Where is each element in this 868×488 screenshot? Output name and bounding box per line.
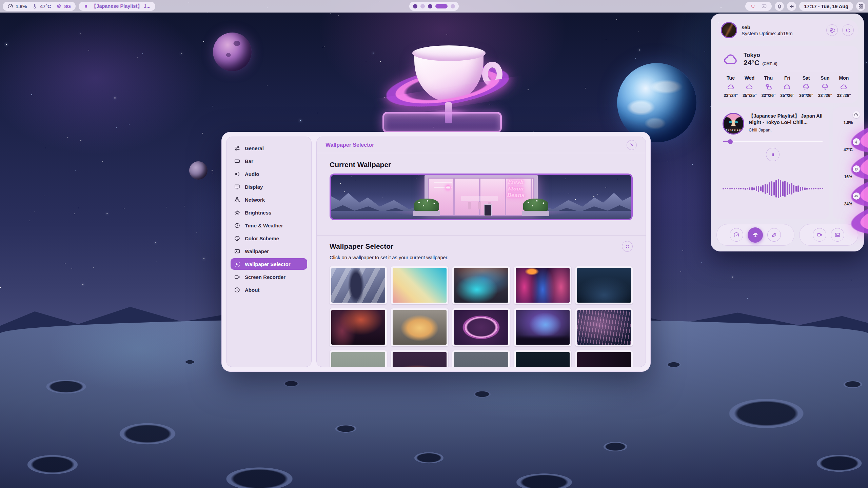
workspace-dot-2[interactable] bbox=[420, 4, 425, 8]
wallpaper-thumbnail-autumn-night[interactable] bbox=[391, 350, 448, 367]
visualizer-bar bbox=[765, 184, 766, 194]
wallpaper-thumbnail-anime-crosswalk[interactable] bbox=[330, 266, 387, 304]
visualizer-bar bbox=[793, 185, 794, 193]
overview-button[interactable] bbox=[856, 2, 865, 11]
weather-timezone: (GMT+9) bbox=[762, 62, 777, 66]
sidebar-item-label: Network bbox=[245, 197, 265, 203]
wallpaper-thumbnail-pastel-gradient[interactable] bbox=[391, 266, 448, 304]
workspace-dot-5[interactable] bbox=[451, 4, 455, 8]
tray-screenshot-icon[interactable] bbox=[761, 3, 767, 9]
wallpaper-thumbnail-sage-ridge[interactable] bbox=[330, 350, 387, 367]
clock[interactable]: 17:17 - Tue, 19 Aug bbox=[799, 2, 853, 11]
power-button[interactable] bbox=[842, 24, 854, 36]
wallpaper-thumbnail-nebula-forest[interactable] bbox=[514, 308, 571, 346]
album-art-text: TOKYO LO bbox=[724, 129, 743, 131]
forecast-day-wed: Wed35°/25° bbox=[742, 75, 758, 98]
system-tray[interactable] bbox=[745, 2, 772, 11]
wallpaper-thumbnail-crimson-forest[interactable] bbox=[330, 308, 387, 346]
forecast-day-sun: Sun33°/26° bbox=[817, 75, 833, 98]
balanced-button[interactable] bbox=[748, 227, 763, 243]
leaf-icon bbox=[771, 232, 777, 238]
bar-left-cluster: 1.8%47°C8G 【Japanese Playlist】 J... bbox=[3, 2, 434, 11]
display-icon bbox=[234, 184, 240, 190]
visualizer-bar bbox=[817, 188, 819, 189]
wallpaper-grid bbox=[330, 266, 633, 367]
performance-button[interactable] bbox=[730, 228, 743, 242]
weather-forecast: Tue33°/24°Wed35°/25°Thu33°/26°Fri35°/26°… bbox=[723, 71, 852, 98]
gauge-badge bbox=[853, 111, 860, 118]
cafe-shelf bbox=[434, 182, 452, 183]
sidebar-item-bar[interactable]: Bar bbox=[231, 155, 307, 167]
workspace-dot-3[interactable] bbox=[428, 4, 432, 8]
weather-cloud-icon bbox=[727, 83, 735, 91]
sidebar-item-audio[interactable]: Audio bbox=[231, 168, 307, 180]
refresh-button[interactable] bbox=[622, 241, 633, 252]
media-pill-label: 【Japanese Playlist】 J... bbox=[92, 3, 151, 9]
bar-icon bbox=[234, 158, 240, 164]
current-wallpaper-heading: Current Wallpaper bbox=[330, 161, 633, 169]
forecast-day-sat: Sat36°/26° bbox=[798, 75, 814, 98]
weather-current: Tokyo 24°C (GMT+9) bbox=[723, 50, 852, 71]
sidebar-item-network[interactable]: Network bbox=[231, 194, 307, 205]
wallpaper-thumbnail-violet-ring[interactable] bbox=[452, 308, 510, 346]
audio-visualizer bbox=[723, 161, 823, 214]
wallpaper-image bbox=[393, 268, 447, 303]
visualizer-bar bbox=[811, 188, 812, 189]
dashboard-panel: seb System Uptime: 4h19m Tokyo 24°C (GMT… bbox=[711, 14, 864, 251]
user-card: seb System Uptime: 4h19m bbox=[716, 19, 858, 41]
section-divider bbox=[317, 235, 646, 236]
visualizer-bar bbox=[740, 188, 742, 189]
workspace-dot-1[interactable] bbox=[413, 4, 417, 8]
wallpaper-thumbnail-lofi-coffee-shop[interactable] bbox=[391, 308, 448, 346]
tray-app-icon[interactable] bbox=[750, 3, 756, 9]
moon-crater bbox=[410, 451, 448, 465]
power-icon bbox=[845, 27, 851, 33]
media-pill[interactable]: 【Japanese Playlist】 J... bbox=[79, 2, 155, 11]
sidebar-item-label: Screen Recorder bbox=[245, 274, 285, 280]
selector-subtitle: Click on a wallpaper to set it as your c… bbox=[330, 255, 633, 260]
sidebar-item-about[interactable]: About bbox=[231, 284, 307, 296]
close-button[interactable] bbox=[627, 140, 637, 150]
selector-heading: Wallpaper Selector bbox=[330, 242, 393, 250]
wallpaper-thumbnail-neon-arcade[interactable] bbox=[514, 266, 571, 304]
wallpaper-image bbox=[516, 352, 570, 367]
wallpaper-image bbox=[577, 268, 631, 303]
wallpaper-thumbnail-aurora-blur[interactable] bbox=[452, 266, 510, 304]
wallpaper-thumbnail-wireframe-waves[interactable] bbox=[575, 308, 633, 346]
workspaces-pill[interactable] bbox=[409, 2, 459, 11]
sidebar-item-general[interactable]: General bbox=[231, 142, 307, 154]
bar-stat-thermometer: 47°C bbox=[32, 3, 51, 9]
camera-icon bbox=[816, 232, 823, 238]
bar-center-cluster bbox=[409, 2, 459, 11]
visualizer-bar bbox=[806, 188, 808, 190]
notifications-button[interactable] bbox=[775, 2, 784, 11]
settings-button[interactable] bbox=[826, 24, 838, 36]
media-progress-slider[interactable] bbox=[723, 141, 823, 142]
sidebar-item-time-weather[interactable]: Time & Weather bbox=[231, 220, 307, 231]
sidebar-item-wallpaper-selector[interactable]: Wallpaper Selector bbox=[231, 258, 307, 270]
wallpaper-image bbox=[577, 310, 631, 345]
sidebar-item-screen-recorder[interactable]: Screen Recorder bbox=[231, 271, 307, 283]
system-stats-pill[interactable]: 1.8%47°C8G bbox=[3, 2, 76, 11]
wallpaper-thumbnail-midnight-blue[interactable] bbox=[514, 350, 571, 367]
volume-button[interactable] bbox=[787, 2, 796, 11]
moon-crater bbox=[20, 452, 85, 477]
workspace-dot-4[interactable] bbox=[435, 4, 448, 8]
progress-knob[interactable] bbox=[728, 139, 733, 144]
sidebar-item-color-scheme[interactable]: Color Scheme bbox=[231, 232, 307, 244]
play-pause-button[interactable] bbox=[766, 148, 780, 161]
sidebar-item-brightness[interactable]: Brightness bbox=[231, 207, 307, 218]
visualizer-bar bbox=[767, 184, 768, 193]
weather-cloud-icon bbox=[840, 83, 848, 91]
volume-icon bbox=[789, 4, 794, 9]
wallpaper-thumbnail-dark-forest-castle[interactable] bbox=[575, 266, 633, 304]
user-info: seb System Uptime: 4h19m bbox=[742, 24, 793, 36]
screen-record-button[interactable] bbox=[813, 228, 826, 242]
avatar bbox=[721, 22, 737, 38]
clock-icon bbox=[234, 222, 240, 229]
wallpaper-thumbnail-dark-violet[interactable] bbox=[575, 350, 633, 367]
power-saver-button[interactable] bbox=[767, 228, 781, 242]
wallpaper-thumbnail-slate-grey[interactable] bbox=[452, 350, 510, 367]
sidebar-item-wallpaper[interactable]: Wallpaper bbox=[231, 245, 307, 257]
sidebar-item-display[interactable]: Display bbox=[231, 181, 307, 192]
